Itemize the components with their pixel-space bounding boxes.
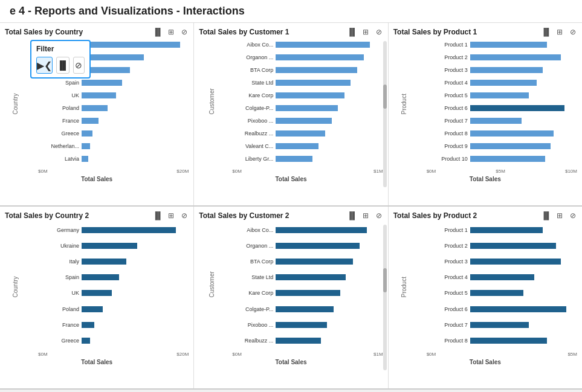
bar-track [470,54,577,60]
bar-fill [276,338,320,344]
scrollbar-customer-2[interactable] [383,225,387,371]
bar-chart-icon-co2[interactable]: ▐▌ [152,210,163,221]
scrollbar-customer-1[interactable] [383,41,387,187]
bar-label: Pixoboo ... [232,322,273,328]
bar-row: Colgate-P... [232,104,383,112]
bar-label: Product 6 [427,105,468,111]
bar-chart-icon-1[interactable]: ▐▌ [152,27,163,37]
no-icon-p2[interactable]: ⊘ [567,210,578,221]
bar-row: Product 8 [427,336,577,345]
bar-chart-icon-p2[interactable]: ▐▌ [541,210,552,221]
x-axis-product-1: $0M$5M$10M [427,169,577,174]
no-icon-p1[interactable]: ⊘ [567,27,578,37]
bar-label: Latvia [38,156,79,162]
bar-fill [276,92,344,98]
filter-interact-btn[interactable]: ▶❮ [36,57,53,74]
filter-highlight-btn[interactable]: ▐▌ [56,57,70,74]
bar-row: France [38,321,189,329]
bar-label: Organon ... [232,54,273,60]
bar-label: Valeant C... [232,143,273,149]
bar-label: Aibox Co... [232,42,273,48]
bar-row: Spain [38,273,189,281]
bar-label: Ukraine [38,243,79,249]
bar-fill [82,42,180,48]
bar-chart-icon-p1[interactable]: ▐▌ [541,27,552,37]
bar-fill [82,118,99,124]
table-icon-p2[interactable]: ⊞ [554,210,565,221]
no-icon-co2[interactable]: ⊘ [179,210,190,221]
table-icon-c1[interactable]: ⊞ [360,27,371,37]
bar-row: Organon ... [232,242,383,250]
bar-track [82,243,189,249]
bar-fill [276,243,359,249]
bar-fill [82,243,137,249]
bar-track [82,156,189,162]
x-title-customer-2: Total Sales [199,359,383,365]
bar-fill [82,130,92,137]
bar-chart-icon-cu2[interactable]: ▐▌ [347,210,358,221]
page-header: e 4 - Reports and Visualizations - Inter… [0,0,582,23]
filter-none-btn[interactable]: ⊘ [73,57,85,74]
bar-fill [276,130,325,137]
bar-chart-product-1: Product Product 1Product 2Product 3Produ… [393,39,577,184]
bar-fill [276,143,318,149]
bar-track [470,243,577,249]
bar-fill [276,67,357,73]
bar-row: BTA Corp [232,257,383,266]
bar-row: Colgate-P... [232,305,383,313]
bar-label: Product 7 [427,118,468,124]
bar-fill [470,338,548,344]
bar-row: Greece [38,336,189,345]
no-icon-c1[interactable]: ⊘ [373,27,384,37]
scrollbar-thumb-c1[interactable] [383,85,387,109]
bar-label: Germany [38,227,79,233]
table-icon-p1[interactable]: ⊞ [554,27,565,37]
bar-label: UK [38,290,79,296]
x-title-country-1: Total Sales [5,176,189,182]
scrollbar-thumb-cu2[interactable] [383,268,387,292]
panel-product-2: Total Sales by Product 2 ▐▌ ⊞ ⊘ Product … [389,207,582,389]
table-icon-co2[interactable]: ⊞ [166,210,176,221]
bar-fill [470,259,561,265]
bar-row: Greece [38,129,189,138]
panel-country-1: Total Sales by Country ▐▌ ⊞ ⊘ Filter ▶❮ … [0,23,194,205]
bar-track [470,227,577,233]
bar-chart-icon-c1[interactable]: ▐▌ [347,27,358,37]
bar-track [470,143,577,149]
y-axis-label-customer-2: Customer [209,271,216,297]
bar-track [470,92,577,98]
bar-track [82,130,189,137]
bar-fill [470,306,567,312]
bar-label: Product 2 [427,54,468,60]
bar-row: Product 2 [427,53,577,62]
bars-country-2: GermanyUkraineItalySpainUKPolandFranceGr… [38,222,189,349]
bar-label: Aibox Co... [232,227,273,233]
table-icon-1[interactable]: ⊞ [166,27,176,37]
bar-fill [276,80,351,86]
bar-fill [82,259,126,265]
bar-fill [82,306,103,312]
bar-fill [470,80,537,86]
bar-row: Product 4 [427,273,577,281]
bar-track [276,306,383,312]
bar-track [470,118,577,124]
bar-track [276,338,383,344]
no-icon-cu2[interactable]: ⊘ [373,210,384,221]
bar-row: Product 2 [427,242,577,250]
header-title: e 4 - Reports and Visualizations - Inter… [10,5,245,17]
table-icon-cu2[interactable]: ⊞ [360,210,371,221]
bar-row: Poland [38,104,189,112]
bar-fill [276,322,327,328]
bar-track [276,105,383,111]
bar-fill [276,227,367,233]
no-icon-1[interactable]: ⊘ [179,27,190,37]
y-axis-label-customer-1: Customer [209,88,216,114]
bar-row: Pixoboo ... [232,117,383,125]
bar-track [470,322,577,328]
y-axis-label-country-1: Country [12,93,19,114]
bar-track [276,227,383,233]
bar-track [470,290,577,296]
bar-row: State Ltd [232,79,383,87]
bar-row: Product 5 [427,289,577,297]
bar-row: Spain [38,79,189,87]
